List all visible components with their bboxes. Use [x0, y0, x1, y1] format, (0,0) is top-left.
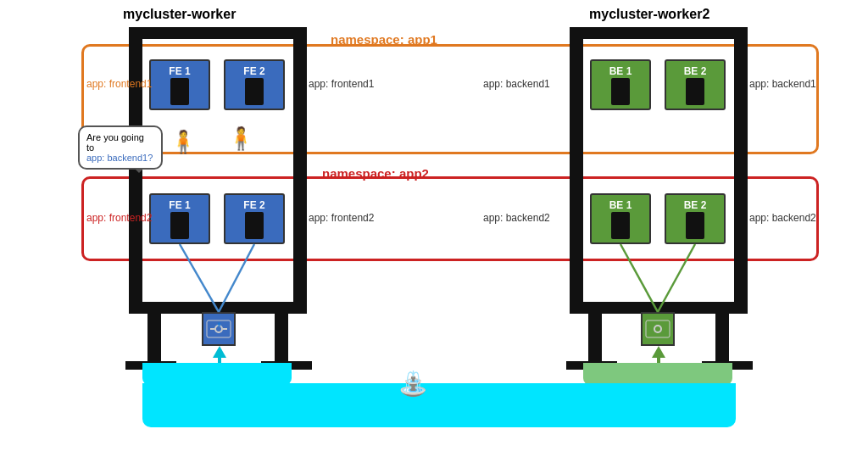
label-be2-left: app: backend2	[483, 212, 550, 224]
label-fe2-left: app: frontend2	[86, 212, 152, 224]
worker1-pod-fe1-row1: FE 1	[149, 59, 210, 110]
label-fe1-right: app: frontend1	[309, 78, 374, 90]
worker1-pod-fe2-row1: FE 2	[224, 59, 285, 110]
worker1-rack-leg-right	[275, 314, 288, 365]
speech-bubble: Are you going to app: backend1?	[78, 125, 163, 170]
lb-arrow-worker2	[652, 346, 665, 363]
svg-text:👤: 👤	[217, 322, 221, 326]
label-fe1-left: app: frontend1	[86, 78, 152, 90]
worker2-pod-be2-row1: BE 2	[665, 59, 726, 110]
worker1-pod-fe2-row2: FE 2	[224, 193, 285, 244]
worker2-rack-top	[570, 27, 748, 39]
svg-point-10	[655, 326, 660, 332]
speech-line1: Are you going to	[86, 132, 144, 153]
water-canal	[142, 383, 736, 427]
namespace-app1-label: namespace: app1	[331, 32, 437, 47]
person1-icon: 🧍	[170, 129, 197, 155]
worker1-pod-fe1-row1-door	[170, 78, 189, 105]
lb-icon-worker1: 👤	[202, 312, 236, 346]
worker1-pod-fe2-row1-door	[245, 78, 264, 105]
lb-arrow-worker1	[213, 346, 226, 363]
worker1-pod-fe2-row2-door	[245, 212, 264, 239]
label-be2-right: app: backend2	[749, 212, 816, 224]
worker1-rack-right	[293, 39, 307, 302]
svg-marker-11	[652, 346, 665, 358]
worker1-rack-leg-left	[147, 314, 161, 365]
svg-rect-7	[218, 357, 221, 363]
worker2-title: mycluster-worker2	[589, 7, 709, 22]
worker2-rack-left	[570, 39, 583, 302]
worker2-pod-be2-row2: BE 2	[665, 193, 726, 244]
worker2-rack-right	[734, 39, 748, 302]
svg-marker-6	[213, 346, 226, 358]
worker1-pod-fe1-row2: FE 1	[149, 193, 210, 244]
label-be1-right: app: backend1	[749, 78, 816, 90]
worker1-title: mycluster-worker	[123, 7, 236, 22]
worker2-pod-be1-row2-door	[611, 212, 630, 239]
worker2-rack-leg-left	[588, 314, 602, 365]
worker1-rack-top	[129, 27, 307, 39]
main-canvas: mycluster-worker mycluster-worker2 names…	[0, 0, 868, 468]
lb-icon-worker2	[641, 312, 675, 346]
svg-point-4	[216, 326, 221, 332]
worker2-pod-be1-row2: BE 1	[590, 193, 651, 244]
worker2-pod-be2-row2-door	[686, 212, 704, 239]
water-pool-worker1	[142, 363, 292, 385]
svg-rect-12	[657, 357, 660, 363]
fountain-icon: ⛲	[398, 370, 428, 398]
worker2-pod-be1-row1-door	[611, 78, 630, 105]
worker2-pod-be1-row1: BE 1	[590, 59, 651, 110]
worker1-pod-fe1-row2-door	[170, 212, 189, 239]
speech-line2: app: backend1?	[86, 153, 153, 163]
worker2-pod-be2-row1-door	[686, 78, 704, 105]
worker2-rack-leg-right	[715, 314, 729, 365]
person2-icon: 🧍	[227, 125, 254, 152]
water-pool-worker2	[583, 363, 732, 385]
label-be1-left: app: backend1	[483, 78, 550, 90]
namespace-app2-label: namespace: app2	[322, 166, 429, 181]
label-fe2-right: app: frontend2	[309, 212, 374, 224]
